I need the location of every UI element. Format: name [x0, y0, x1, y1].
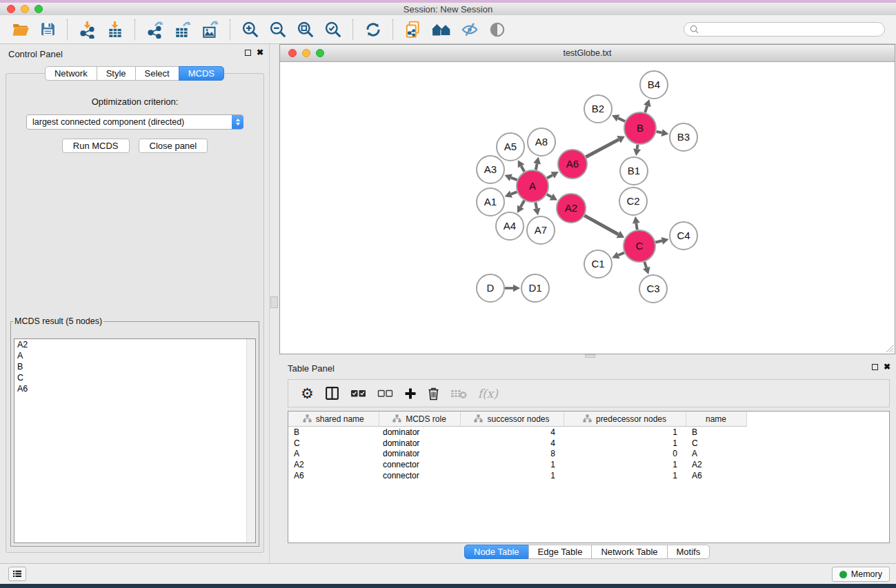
result-item[interactable]: B	[14, 361, 255, 372]
table-cell[interactable]: dominator	[379, 438, 460, 449]
graph-edge-A-A3[interactable]	[511, 178, 517, 180]
network-graph[interactable]: B4B2BB3A8A5A6B1A3AC2A1A2A4A7C4CC1C3DD1	[280, 62, 895, 354]
graph-edge-A-A2[interactable]	[547, 194, 552, 197]
float-panel-icon[interactable]	[245, 50, 251, 56]
table-cell[interactable]: connector	[379, 459, 460, 470]
table-cell[interactable]: B	[288, 427, 379, 438]
result-item[interactable]: C	[14, 372, 255, 383]
close-panel-button[interactable]: Close panel	[139, 139, 208, 153]
duplicate-network-button[interactable]	[403, 19, 424, 41]
float-panel-icon[interactable]	[872, 364, 878, 370]
table-row[interactable]: A6connector11A6	[288, 470, 746, 481]
column-header-successor-nodes[interactable]: successor nodes	[460, 412, 564, 427]
graph-edge-A6-B[interactable]	[586, 139, 619, 156]
table-cell[interactable]: 1	[564, 459, 686, 470]
graph-edge-A-A7[interactable]	[535, 203, 537, 209]
tab-motifs[interactable]: Motifs	[667, 545, 710, 559]
add-column-button[interactable]	[404, 387, 417, 400]
column-header-shared-name[interactable]: shared name	[288, 412, 379, 427]
graph-edge-A2-C[interactable]	[584, 216, 618, 234]
network-minimize-button[interactable]	[302, 49, 310, 57]
table-cell[interactable]: C	[288, 438, 379, 449]
column-layout-button[interactable]	[325, 386, 339, 401]
table-cell[interactable]: 0	[564, 448, 686, 459]
save-session-button[interactable]	[38, 19, 58, 41]
fullscreen-window-button[interactable]	[34, 5, 43, 13]
column-header-MCDS-role[interactable]: MCDS role	[379, 412, 460, 427]
graph-edge-A-A8[interactable]	[536, 163, 537, 170]
result-item[interactable]: A2	[14, 339, 255, 350]
home-button[interactable]	[430, 19, 452, 41]
table-cell[interactable]: 8	[460, 448, 564, 459]
table-cell[interactable]: A6	[686, 470, 746, 481]
close-window-button[interactable]	[7, 5, 15, 13]
tab-select[interactable]: Select	[135, 66, 179, 81]
export-image-button[interactable]	[200, 19, 221, 41]
memory-button[interactable]: Memory	[832, 567, 890, 582]
table-cell[interactable]: dominator	[379, 427, 460, 438]
graph-edge-A-A4[interactable]	[521, 201, 524, 207]
table-cell[interactable]: 4	[460, 427, 564, 438]
table-cell[interactable]: 4	[460, 438, 564, 449]
task-history-button[interactable]	[8, 567, 26, 581]
table-cell[interactable]: 1	[460, 470, 564, 481]
column-header-predecessor-nodes[interactable]: predecessor nodes	[564, 412, 686, 427]
graph-edge-B-B1[interactable]	[637, 145, 638, 150]
network-canvas[interactable]: B4B2BB3A8A5A6B1A3AC2A1A2A4A7C4CC1C3DD1	[280, 62, 895, 354]
network-zoom-button[interactable]	[316, 49, 324, 57]
resize-grip-icon[interactable]	[885, 344, 894, 353]
table-settings-button[interactable]: ⚙	[301, 387, 314, 401]
show-panel-button[interactable]	[487, 19, 508, 41]
function-builder-button[interactable]: f(x)	[478, 387, 498, 401]
tab-node-table[interactable]: Node Table	[464, 545, 529, 559]
run-mcds-button[interactable]: Run MCDS	[62, 139, 130, 153]
deselect-all-columns-button[interactable]	[377, 389, 393, 398]
table-row[interactable]: Adominator80A	[288, 448, 746, 459]
search-input[interactable]	[702, 24, 879, 35]
table-row[interactable]: Cdominator41C	[288, 438, 746, 449]
graph-edge-C-C1[interactable]	[618, 253, 624, 256]
result-scrollbar[interactable]	[246, 339, 255, 543]
close-panel-icon[interactable]: ✖	[884, 363, 890, 370]
graph-edge-A-A5[interactable]	[521, 166, 525, 172]
node-table-container[interactable]: shared nameMCDS rolesuccessor nodesprede…	[288, 411, 890, 543]
graph-edge-C-C4[interactable]	[655, 241, 661, 242]
table-cell[interactable]: A2	[686, 459, 746, 470]
table-row[interactable]: Bdominator41B	[288, 427, 746, 438]
network-close-button[interactable]	[288, 49, 297, 57]
table-cell[interactable]: 1	[564, 470, 686, 481]
zoom-out-button[interactable]	[268, 19, 288, 41]
result-item[interactable]: A6	[14, 383, 255, 394]
table-row[interactable]: A2connector11A2	[288, 459, 746, 470]
table-cell[interactable]: A	[686, 448, 746, 459]
tab-mcds[interactable]: MCDS	[179, 66, 224, 81]
graph-edge-A-A1[interactable]	[511, 192, 517, 194]
table-cell[interactable]: connector	[379, 470, 460, 481]
graph-edge-B-B2[interactable]	[618, 118, 625, 121]
result-item[interactable]: A	[14, 350, 255, 361]
split-handle[interactable]	[270, 296, 278, 308]
table-cell[interactable]: A2	[288, 459, 379, 470]
table-cell[interactable]: A6	[288, 470, 379, 481]
zoom-in-button[interactable]	[240, 19, 261, 41]
zoom-fit-button[interactable]	[295, 19, 316, 41]
delete-table-button[interactable]	[450, 388, 467, 399]
apply-layout-button[interactable]	[363, 19, 384, 41]
zoom-selected-button[interactable]	[323, 19, 344, 41]
graph-edge-C-C2[interactable]	[636, 223, 637, 230]
search-box[interactable]	[684, 22, 885, 37]
tab-style[interactable]: Style	[97, 66, 136, 81]
graph-edge-B-B4[interactable]	[645, 105, 647, 112]
tab-network[interactable]: Network	[45, 66, 97, 81]
criterion-select[interactable]: largest connected component (directed)	[26, 114, 243, 130]
table-cell[interactable]: 1	[564, 438, 686, 449]
open-session-button[interactable]	[10, 19, 31, 41]
split-handle[interactable]	[585, 354, 595, 358]
export-table-button[interactable]	[172, 19, 193, 41]
column-header-name[interactable]: name	[686, 412, 746, 427]
tab-network-table[interactable]: Network Table	[591, 545, 667, 559]
import-network-button[interactable]	[77, 19, 98, 41]
table-cell[interactable]: dominator	[379, 448, 460, 459]
minimize-window-button[interactable]	[21, 5, 29, 13]
table-cell[interactable]: B	[686, 427, 746, 438]
